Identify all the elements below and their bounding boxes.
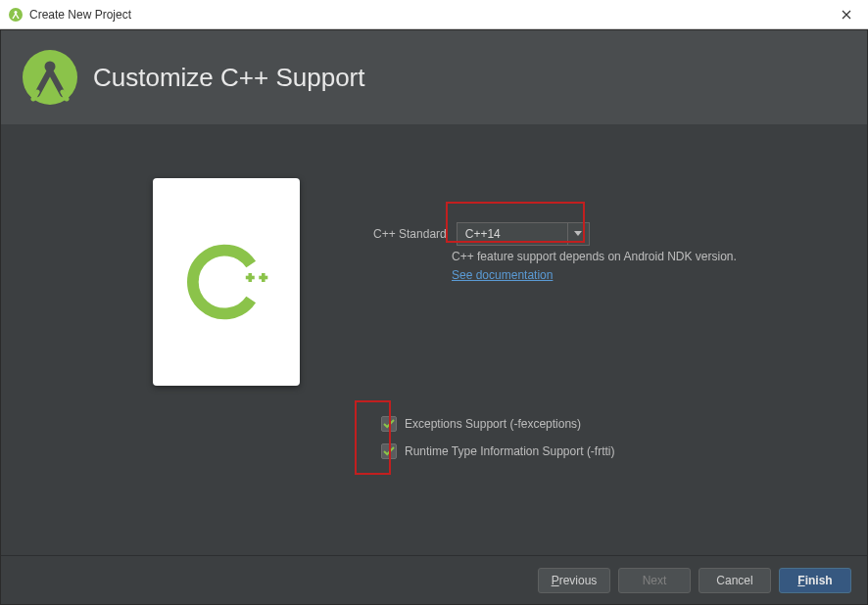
android-studio-icon [8, 7, 24, 23]
footer-button-bar: Previous Next Cancel Finish [1, 555, 867, 604]
window-body: Customize C++ Support C++ Standard C++14 [0, 29, 868, 605]
exceptions-checkbox[interactable] [381, 416, 397, 432]
check-icon [383, 446, 395, 456]
cpp-standard-row: C++ Standard C++14 [373, 222, 590, 246]
next-label: Next [643, 574, 667, 587]
help-text: C++ feature support depends on Android N… [452, 250, 737, 263]
cpp-illustration-card [153, 178, 300, 386]
cpp-standard-label: C++ Standard [373, 227, 447, 241]
previous-mnemonic: P [552, 574, 559, 587]
previous-rest: revious [559, 574, 598, 587]
titlebar: Create New Project [0, 0, 868, 29]
finish-rest: inish [805, 574, 833, 587]
cpp-standard-select[interactable]: C++14 [457, 222, 590, 246]
chevron-down-icon [567, 223, 589, 245]
finish-mnemonic: F [797, 574, 804, 587]
cpp-standard-value: C++14 [458, 227, 501, 241]
rtti-checkbox[interactable] [381, 443, 397, 459]
content-area: C++ Standard C++14 C++ feature support d… [1, 124, 867, 555]
see-documentation-link[interactable]: See documentation [452, 268, 553, 282]
svg-point-2 [23, 50, 77, 105]
finish-button[interactable]: Finish [779, 568, 851, 593]
exceptions-checkbox-row: Exceptions Support (-fexceptions) [381, 416, 581, 432]
annotation-highlight-checkboxes [355, 400, 391, 475]
window-title: Create New Project [29, 8, 131, 22]
rtti-checkbox-row: Runtime Type Information Support (-frtti… [381, 443, 615, 459]
cancel-label: Cancel [716, 574, 752, 587]
close-button[interactable] [824, 0, 868, 29]
cancel-button[interactable]: Cancel [699, 568, 771, 593]
android-studio-logo [21, 48, 79, 107]
page-title: Customize C++ Support [93, 63, 364, 93]
previous-button[interactable]: Previous [538, 568, 610, 593]
check-icon [383, 419, 395, 429]
close-icon [842, 10, 851, 20]
next-button: Next [618, 568, 691, 593]
cpp-icon [182, 238, 270, 326]
header-band: Customize C++ Support [1, 30, 867, 124]
rtti-label: Runtime Type Information Support (-frtti… [405, 444, 615, 458]
exceptions-label: Exceptions Support (-fexceptions) [405, 417, 581, 431]
